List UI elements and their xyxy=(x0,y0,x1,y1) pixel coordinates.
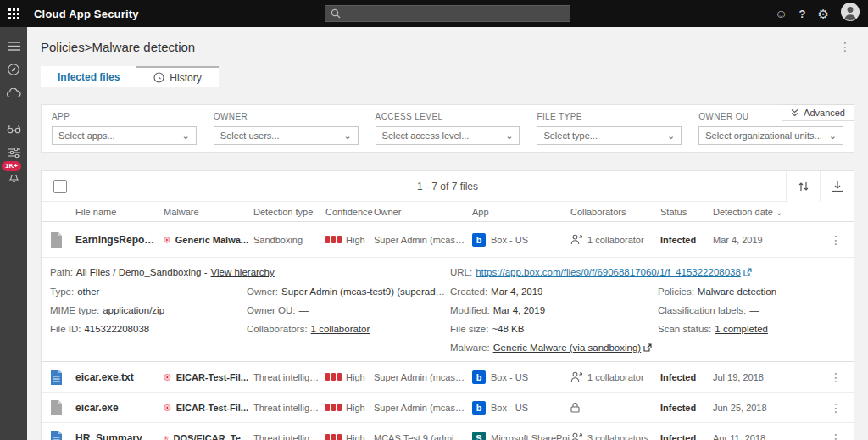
file-name[interactable]: EarningsReport_2... xyxy=(75,234,164,246)
table-row[interactable]: eicar.exe.txt EICAR-Test-Fil... Threat i… xyxy=(42,362,854,393)
col-malware[interactable]: Malware xyxy=(164,207,253,217)
view-hierarchy-link[interactable]: View hierarchy xyxy=(211,267,275,277)
row-menu-button[interactable] xyxy=(826,432,845,440)
url-label: URL: xyxy=(450,267,472,277)
files-table: 1 - 7 of 7 files File name Malware Detec… xyxy=(41,170,854,440)
tab-infected-files[interactable]: Infected files xyxy=(41,66,136,87)
col-collaborators[interactable]: Collaborators xyxy=(570,207,660,217)
search-input[interactable] xyxy=(346,8,565,19)
collaborator-icon xyxy=(570,432,582,440)
path-value: All Files / Demo_Sandboxing - xyxy=(76,267,208,277)
tab-bar: Infected files History xyxy=(41,66,854,87)
tab-infected-files-label: Infected files xyxy=(58,71,120,83)
app-launcher-button[interactable] xyxy=(0,0,27,27)
box-app-icon xyxy=(472,233,486,247)
created-label: Created: xyxy=(450,287,487,297)
owner: Super Admin (mcas-te... xyxy=(374,372,472,382)
table-row[interactable]: HR_Summary_No... DOS/EICAR_Te... Threat … xyxy=(42,423,854,440)
access-level-filter-select[interactable]: Select access level... xyxy=(376,126,520,145)
status-badge: Infected xyxy=(660,433,713,440)
collaborators-text: 1 collaborator xyxy=(587,372,644,382)
col-app[interactable]: App xyxy=(472,207,570,217)
search-icon xyxy=(331,8,341,19)
collaborator-icon xyxy=(570,371,582,382)
app-name: Microsoft SharePoi... xyxy=(491,433,570,440)
file-name[interactable]: HR_Summary_No... xyxy=(75,432,164,440)
col-file-name[interactable]: File name xyxy=(75,207,164,217)
mime-type-value: application/zip xyxy=(103,305,164,315)
app-filter-select[interactable]: Select apps... xyxy=(52,126,197,145)
sidebar: 1K+ xyxy=(0,27,27,440)
owner-value: Super Admin (mcas-test9) (superadmin@mca… xyxy=(281,287,450,297)
row-menu-button[interactable] xyxy=(826,234,845,246)
tab-history[interactable]: History xyxy=(136,66,218,87)
file-url-link[interactable]: https://app.box.com/files/0/f/6906881706… xyxy=(476,267,741,277)
sidebar-item-discover[interactable] xyxy=(0,81,27,105)
external-link-icon xyxy=(643,343,652,352)
col-detection-type[interactable]: Detection type xyxy=(253,207,326,217)
global-search[interactable] xyxy=(325,5,570,22)
sidebar-item-investigate[interactable] xyxy=(0,117,27,141)
owner: Super Admin (mcas-te... xyxy=(374,235,472,245)
up-down-arrows-icon xyxy=(798,181,810,192)
confidence-bars-icon xyxy=(326,373,342,381)
export-button[interactable] xyxy=(786,171,820,202)
chevron-down-icon xyxy=(505,131,513,142)
collaborators-text: 1 collaborator xyxy=(587,235,644,245)
alerts-count-badge: 1K+ xyxy=(2,161,21,171)
col-owner[interactable]: Owner xyxy=(374,207,472,217)
collaborators-link[interactable]: 1 collaborator xyxy=(311,324,370,334)
collaborators-text: 3 collaborators xyxy=(587,433,648,440)
page-menu-button[interactable] xyxy=(836,41,854,53)
sliders-icon xyxy=(8,147,20,159)
hamburger-icon xyxy=(8,42,20,51)
chevron-down-icon xyxy=(182,131,190,142)
col-status[interactable]: Status xyxy=(660,207,713,217)
select-all-checkbox[interactable] xyxy=(53,180,67,193)
row-menu-button[interactable] xyxy=(826,371,845,383)
access-level-filter-placeholder: Select access level... xyxy=(382,131,470,141)
file-id-label: File ID: xyxy=(50,324,81,334)
owner-filter-placeholder: Select users... xyxy=(220,131,280,141)
glasses-icon xyxy=(7,125,21,134)
sidebar-item-dashboard[interactable] xyxy=(0,58,27,81)
owner-ou-filter-select[interactable]: Select organizational units... xyxy=(698,126,843,145)
col-confidence[interactable]: Confidence xyxy=(326,207,374,217)
file-type-filter-select[interactable]: Select type... xyxy=(537,126,682,145)
file-name[interactable]: eicar.exe.txt xyxy=(75,371,164,383)
breadcrumb-policies-link[interactable]: Policies xyxy=(41,40,85,54)
settings-gear-icon[interactable] xyxy=(818,8,829,20)
confidence-label: High xyxy=(346,403,365,413)
table-row[interactable]: EarningsReport_2... Generic Malwa... San… xyxy=(42,222,854,258)
file-icon xyxy=(50,431,63,440)
collaborator-icon xyxy=(570,234,582,245)
row-menu-button[interactable] xyxy=(826,402,845,414)
file-type-filter-placeholder: Select type... xyxy=(543,131,598,141)
detection-date: Jul 19, 2018 xyxy=(713,372,823,382)
advanced-filters-button[interactable]: Advanced xyxy=(782,104,854,121)
col-detection-date[interactable]: Detection date xyxy=(713,207,823,217)
table-row[interactable]: eicar.exe EICAR-Test-Fil... Threat intel… xyxy=(42,393,854,423)
file-size-label: File size: xyxy=(450,324,488,334)
help-icon[interactable] xyxy=(799,8,806,19)
owner-filter-select[interactable]: Select users... xyxy=(214,126,359,145)
download-button[interactable] xyxy=(820,171,854,202)
malware-link[interactable]: Generic Malware (via sandboxing) xyxy=(493,343,642,353)
table-header: File name Malware Detection type Confide… xyxy=(42,202,854,222)
detection-date: Jun 25, 2018 xyxy=(713,403,823,413)
scan-status-link[interactable]: 1 completed xyxy=(715,324,768,334)
malware-virus-icon xyxy=(164,401,171,415)
feedback-smiley-icon[interactable] xyxy=(775,8,787,19)
owner-label: Owner: xyxy=(247,287,278,297)
sidebar-menu-toggle[interactable] xyxy=(0,34,27,58)
detection-type: Threat intellige... xyxy=(253,403,326,413)
classification-labels-label: Classification labels: xyxy=(658,305,746,315)
user-avatar[interactable] xyxy=(841,3,860,25)
sidebar-item-alerts[interactable]: 1K+ xyxy=(0,164,27,188)
chevron-down-icon xyxy=(343,131,351,142)
filter-file-type-label: FILE TYPE xyxy=(537,112,682,121)
app-name: Box - US xyxy=(491,235,528,245)
file-name[interactable]: eicar.exe xyxy=(75,402,164,414)
double-chevron-down-icon xyxy=(791,109,798,117)
chevron-down-icon xyxy=(829,131,837,142)
